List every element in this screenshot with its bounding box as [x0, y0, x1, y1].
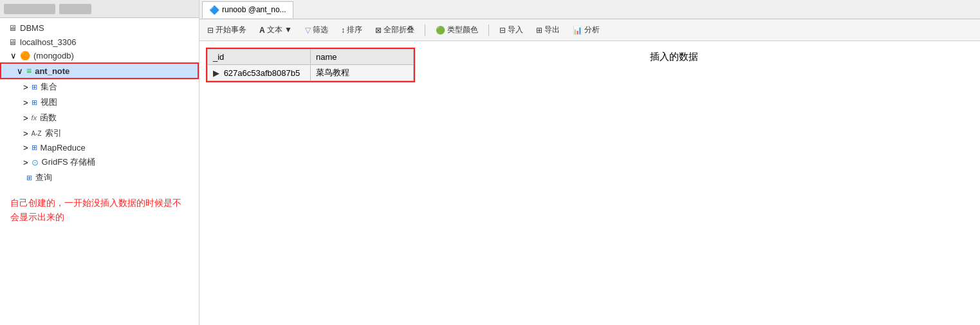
functions-icon: fx — [32, 114, 37, 122]
expand-icon-mapreduce: > — [23, 143, 28, 153]
type-color-icon: 🟢 — [436, 26, 445, 35]
collapse-all-icon: ⊠ — [375, 26, 382, 35]
data-area: _id name ▶ 627a6c53afb8087b5 菜鸟教程 — [199, 41, 980, 325]
mongodb-icon: 🟠 — [20, 51, 30, 60]
localhost-label: localhost_3306 — [20, 37, 76, 47]
expand-icon-collections: > — [23, 82, 28, 92]
type-color-btn[interactable]: 🟢 类型颜色 — [433, 23, 481, 37]
analyze-btn[interactable]: 📊 分析 — [570, 23, 602, 37]
sort-icon: ↕ — [341, 26, 345, 35]
ant-note-label: ant_note — [35, 66, 69, 76]
sidebar-item-collections[interactable]: > ⊞ 集合 — [0, 79, 199, 95]
sidebar-item-dbms[interactable]: 🖥 DBMS — [0, 21, 199, 35]
expand-icon-gridfs: > — [23, 158, 28, 167]
analyze-icon: 📊 — [573, 26, 582, 35]
begin-transaction-icon: ⊟ — [207, 26, 214, 35]
data-table-container: _id name ▶ 627a6c53afb8087b5 菜鸟教程 — [206, 48, 415, 82]
tab-runoob[interactable]: 🔷 runoob @ant_no... — [202, 1, 293, 18]
mongodb-label: (mongodb) — [33, 51, 74, 60]
sidebar-item-functions[interactable]: > fx 函数 — [0, 110, 199, 125]
queries-label: 查询 — [35, 172, 52, 183]
mapreduce-label: MapReduce — [41, 143, 86, 153]
tab-bar: 🔷 runoob @ant_no... — [199, 0, 980, 19]
toolbar: ⊟ 开始事务 A 文本 ▼ ▽ 筛选 ↕ 排序 ⊠ 全部折叠 🟢 类型颜色 ⊟ … — [199, 19, 980, 41]
filter-icon: ▽ — [305, 26, 311, 35]
filter-btn[interactable]: ▽ 筛选 — [302, 23, 331, 37]
dbms-icon: 🖥 — [8, 23, 17, 33]
sidebar: 🖥 DBMS 🖥 localhost_3306 ∨ 🟠 (mongodb) ∨ … — [0, 0, 199, 325]
sidebar-top-blur — [0, 0, 199, 18]
cell-id: ▶ 627a6c53afb8087b5 — [208, 65, 311, 81]
row-arrow-icon: ▶ — [213, 68, 219, 78]
sidebar-item-views[interactable]: > ⊞ 视图 — [0, 95, 199, 110]
sort-btn[interactable]: ↕ 排序 — [338, 23, 365, 37]
blur-box-1 — [4, 4, 55, 14]
sidebar-item-queries[interactable]: ⊞ 查询 — [0, 170, 199, 185]
indexes-icon: A-Z — [32, 130, 42, 137]
begin-transaction-btn[interactable]: ⊟ 开始事务 — [205, 23, 249, 37]
sort-label: 排序 — [347, 24, 362, 35]
import-icon: ⊟ — [499, 26, 506, 35]
export-btn[interactable]: ⊞ 导出 — [533, 23, 562, 37]
ant-note-icon: ≡ — [26, 66, 32, 76]
sidebar-item-indexes[interactable]: > A-Z 索引 — [0, 125, 199, 141]
text-icon: A — [259, 26, 265, 35]
queries-icon: ⊞ — [26, 174, 32, 182]
begin-transaction-label: 开始事务 — [216, 24, 246, 35]
expand-icon-indexes: > — [23, 129, 28, 138]
table-row[interactable]: ▶ 627a6c53afb8087b5 菜鸟教程 — [208, 65, 414, 81]
col-header-id: _id — [208, 50, 311, 65]
gridfs-icon: ⊙ — [32, 158, 39, 167]
filter-label: 筛选 — [313, 24, 328, 35]
import-btn[interactable]: ⊟ 导入 — [497, 23, 526, 37]
indexes-label: 索引 — [45, 127, 62, 139]
collections-label: 集合 — [41, 81, 57, 93]
sidebar-item-mongodb[interactable]: ∨ 🟠 (mongodb) — [0, 49, 199, 62]
cell-name: 菜鸟教程 — [311, 65, 414, 81]
export-label: 导出 — [544, 24, 560, 35]
expand-icon-views: > — [23, 98, 28, 107]
functions-label: 函数 — [40, 112, 57, 124]
export-icon: ⊞ — [536, 26, 542, 35]
localhost-icon: 🖥 — [8, 37, 17, 47]
sidebar-item-mapreduce[interactable]: > ⊞ MapReduce — [0, 141, 199, 154]
gridfs-label: GridFS 存储桶 — [42, 156, 96, 168]
col-header-name: name — [311, 50, 414, 65]
sidebar-item-ant-note[interactable]: ∨ ≡ ant_note — [0, 62, 199, 79]
toolbar-separator-1 — [425, 24, 425, 36]
collections-icon: ⊞ — [32, 83, 37, 91]
main-content: 🔷 runoob @ant_no... ⊟ 开始事务 A 文本 ▼ ▽ 筛选 ↕… — [199, 0, 980, 325]
tab-table-icon: 🔷 — [209, 5, 219, 15]
inserted-data-annotation: 插入的数据 — [650, 51, 698, 63]
toolbar-separator-2 — [488, 24, 489, 36]
sidebar-tree: 🖥 DBMS 🖥 localhost_3306 ∨ 🟠 (mongodb) ∨ … — [0, 18, 199, 188]
sidebar-item-localhost[interactable]: 🖥 localhost_3306 — [0, 35, 199, 49]
import-label: 导入 — [508, 24, 523, 35]
expand-icon-mongodb: ∨ — [10, 51, 17, 60]
text-label: 文本 ▼ — [267, 24, 292, 35]
analyze-label: 分析 — [584, 24, 600, 35]
sidebar-item-gridfs[interactable]: > ⊙ GridFS 存储桶 — [0, 154, 199, 170]
collapse-all-btn[interactable]: ⊠ 全部折叠 — [373, 23, 417, 37]
tab-label: runoob @ant_no... — [222, 5, 286, 14]
views-label: 视图 — [41, 97, 57, 108]
type-color-label: 类型颜色 — [447, 24, 478, 35]
sidebar-annotation: 自己创建的，一开始没插入数据的时候是不会显示出来的 — [0, 188, 199, 232]
self-created-note: 自己创建的，一开始没插入数据的时候是不会显示出来的 — [10, 198, 181, 222]
collapse-all-label: 全部折叠 — [384, 24, 414, 35]
expand-icon-ant-note: ∨ — [17, 66, 23, 76]
text-btn[interactable]: A 文本 ▼ — [257, 23, 295, 37]
data-table: _id name ▶ 627a6c53afb8087b5 菜鸟教程 — [207, 49, 414, 81]
blur-box-2 — [59, 4, 91, 14]
expand-icon-functions: > — [23, 113, 28, 123]
views-icon: ⊞ — [32, 98, 37, 107]
dbms-label: DBMS — [20, 23, 44, 33]
mapreduce-icon: ⊞ — [32, 144, 37, 152]
